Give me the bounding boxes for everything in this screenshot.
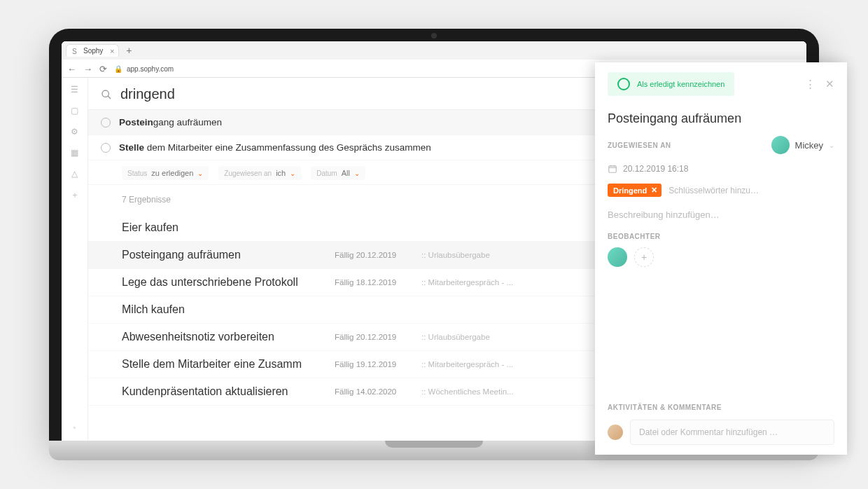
chevron-down-icon: ⌄	[290, 170, 295, 177]
task-title: Kundenpräsentation aktualisieren	[122, 385, 325, 398]
svg-rect-2	[609, 166, 617, 172]
task-detail-panel: Als erledigt kennzeichnen ⋮ ✕ Posteingan…	[595, 62, 847, 455]
add-keywords-input[interactable]: Schlüsselwörter hinzu…	[668, 186, 759, 195]
add-watcher-button[interactable]: +	[634, 247, 654, 267]
svg-point-0	[102, 90, 108, 97]
due-date-row[interactable]: 20.12.2019 16:18	[608, 164, 834, 174]
search-icon	[101, 89, 112, 100]
browser-reload-icon[interactable]: ⟳	[99, 64, 107, 74]
more-menu-icon[interactable]: ⋮	[805, 78, 816, 90]
bell-icon[interactable]: △	[70, 169, 80, 179]
browser-tab[interactable]: S Sophy ×	[66, 44, 119, 57]
laptop-camera	[431, 33, 437, 39]
new-tab-button[interactable]: +	[123, 45, 134, 56]
task-title: Abwesenheitsnotiz vorbereiten	[122, 331, 325, 343]
task-title: Eier kaufen	[122, 221, 325, 234]
assignee-name: Mickey	[795, 140, 823, 151]
browser-back-icon[interactable]: ←	[67, 64, 76, 74]
chevron-down-icon: ⌄	[354, 170, 360, 177]
tag-chip[interactable]: Dringend ✕	[608, 184, 662, 197]
detail-title: Posteingang aufräumen	[608, 111, 834, 126]
complete-circle-icon[interactable]	[101, 118, 111, 128]
close-panel-icon[interactable]: ✕	[825, 78, 834, 90]
help-icon[interactable]: ◦	[70, 422, 80, 432]
filter-status[interactable]: Status zu erledigen ⌄	[122, 166, 209, 180]
browser-forward-icon[interactable]: →	[83, 64, 92, 74]
watchers-label: BEOBACHTER	[608, 233, 834, 240]
sidebar-rail: ☰ ▢ ⚙ ▦ △ ＋ ◦	[62, 78, 88, 441]
svg-line-1	[108, 96, 111, 99]
avatar	[771, 136, 790, 154]
tab-close-icon[interactable]: ×	[110, 47, 114, 55]
activity-label: AKTIVITÄTEN & KOMMENTARE	[608, 404, 834, 411]
gear-icon[interactable]: ⚙	[70, 127, 80, 137]
description-input[interactable]: Beschreibung hinzufügen…	[608, 207, 834, 223]
task-title: Posteingang aufräumen	[122, 249, 325, 261]
task-title: Milch kaufen	[122, 303, 325, 316]
task-due: Fällig 18.12.2019	[335, 278, 412, 287]
watcher-avatar[interactable]	[608, 247, 627, 267]
circle-icon	[617, 78, 630, 90]
tab-title: Sophy	[83, 47, 103, 55]
chevron-down-icon: ⌄	[197, 170, 203, 177]
task-due: Fällig 20.12.2019	[335, 251, 412, 259]
assignee-picker[interactable]: Mickey ⌄	[771, 136, 834, 154]
calendar-icon	[608, 164, 617, 174]
grid-icon[interactable]: ▦	[70, 148, 80, 158]
lock-icon: 🔒	[114, 65, 122, 73]
tab-favicon: S	[72, 48, 79, 55]
due-datetime: 20.12.2019 16:18	[623, 164, 688, 174]
current-user-avatar	[608, 425, 623, 440]
task-due: Fällig 19.12.2019	[335, 360, 412, 369]
task-title: Stelle dem Mitarbeiter eine Zusamm	[122, 358, 325, 371]
url-text: app.sophy.com	[127, 65, 174, 73]
menu-icon[interactable]: ☰	[70, 85, 80, 95]
assigned-label: ZUGEWIESEN AN	[608, 142, 671, 149]
remove-tag-icon[interactable]: ✕	[651, 186, 657, 195]
complete-circle-icon[interactable]	[101, 143, 111, 153]
comment-input[interactable]: Datei oder Kommentar hinzufügen …	[630, 420, 834, 445]
mark-done-button[interactable]: Als erledigt kennzeichnen	[608, 72, 734, 96]
plus-icon[interactable]: ＋	[70, 190, 80, 200]
dashboard-icon[interactable]: ▢	[70, 106, 80, 116]
task-due: Fällig 14.02.2020	[335, 387, 412, 396]
chevron-down-icon: ⌄	[829, 142, 834, 149]
results-count: 7 Ergebnisse	[122, 195, 171, 205]
filter-date[interactable]: Datum All ⌄	[311, 166, 365, 180]
filter-assigned[interactable]: Zugewiesen an ich ⌄	[218, 166, 301, 180]
task-title: Lege das unterschriebene Protokoll	[122, 276, 325, 289]
mark-done-label: Als erledigt kennzeichnen	[637, 80, 724, 88]
task-due: Fällig 20.12.2019	[335, 333, 412, 341]
